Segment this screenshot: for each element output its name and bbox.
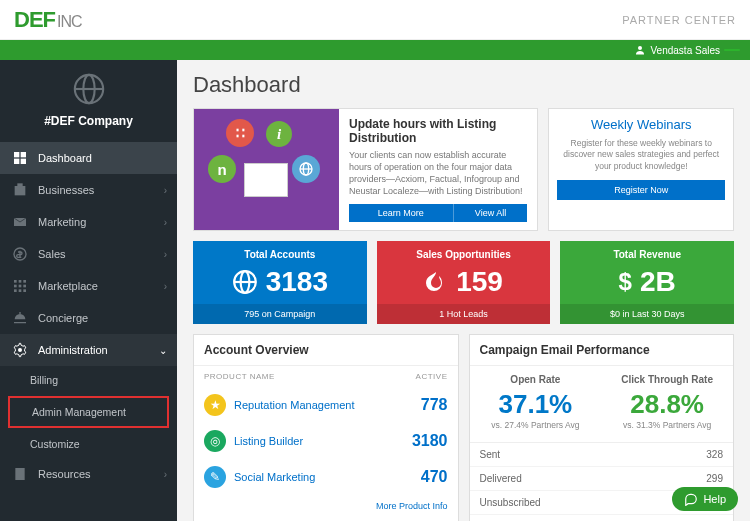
dashboard-icon	[12, 150, 28, 166]
svg-rect-6	[14, 159, 19, 164]
svg-rect-18	[14, 289, 17, 292]
chevron-right-icon: ›	[164, 217, 167, 228]
product-row[interactable]: ◎Listing Builder3180	[194, 423, 458, 459]
concierge-icon	[12, 310, 28, 326]
top-bar: DEFINC PARTNER CENTER	[0, 0, 750, 40]
svg-point-0	[638, 46, 642, 50]
svg-rect-15	[14, 285, 17, 288]
resources-icon	[12, 466, 28, 482]
more-product-info-link[interactable]: More Product Info	[194, 495, 458, 517]
main-content: Dashboard ∷in Update hours with Listing …	[177, 60, 750, 521]
svg-rect-13	[19, 280, 22, 283]
svg-rect-12	[14, 280, 17, 283]
learn-more-button[interactable]: Learn More	[349, 204, 453, 222]
marketing-icon	[12, 214, 28, 230]
sidebar-item-businesses[interactable]: Businesses›	[0, 174, 177, 206]
svg-rect-14	[23, 280, 26, 283]
chevron-down-icon: ⌄	[159, 345, 167, 356]
user-badge	[724, 49, 740, 51]
sidebar-item-admin-management[interactable]: Admin Management	[8, 396, 169, 428]
product-name: Listing Builder	[234, 435, 303, 447]
svg-rect-22	[15, 468, 24, 480]
webinar-body: Register for these weekly webinars to di…	[557, 138, 725, 172]
marketplace-icon	[12, 278, 28, 294]
promo-title: Update hours with Listing Distribution	[349, 117, 527, 145]
chevron-right-icon: ›	[164, 249, 167, 260]
promo-listing-distribution: ∷in Update hours with Listing Distributi…	[193, 108, 538, 231]
promo-body: Your clients can now establish accurate …	[349, 149, 527, 198]
promo-graphic: ∷in	[194, 109, 339, 230]
svg-rect-7	[21, 159, 26, 164]
product-icon: ✎	[204, 466, 226, 488]
email-stat-row: Sent328	[470, 443, 734, 467]
svg-rect-19	[19, 289, 22, 292]
gear-icon	[12, 342, 28, 358]
sidebar-item-billing[interactable]: Billing	[0, 366, 177, 394]
email-stat-row: Bounced8.8%	[470, 515, 734, 521]
svg-rect-4	[14, 152, 19, 157]
user-name: Vendasta Sales	[651, 45, 721, 56]
globe-icon	[232, 269, 258, 295]
company-icon	[0, 68, 177, 114]
sidebar-item-dashboard[interactable]: Dashboard	[0, 142, 177, 174]
sidebar-item-administration[interactable]: Administration⌄	[0, 334, 177, 366]
product-row[interactable]: ✎Social Marketing470	[194, 459, 458, 495]
webinar-title: Weekly Webinars	[557, 117, 725, 132]
page-title: Dashboard	[193, 72, 734, 98]
dollar-icon: $	[619, 268, 632, 296]
sidebar: #DEF Company Dashboard Businesses› Marke…	[0, 60, 177, 521]
product-active-count: 470	[421, 468, 448, 486]
svg-rect-5	[21, 152, 26, 157]
svg-point-21	[18, 348, 22, 352]
chat-icon	[684, 492, 698, 506]
svg-rect-16	[19, 285, 22, 288]
chevron-right-icon: ›	[164, 185, 167, 196]
stat-total-accounts[interactable]: Total Accounts 3183 795 on Campaign	[193, 241, 367, 324]
product-icon: ◎	[204, 430, 226, 452]
product-active-count: 3180	[412, 432, 448, 450]
product-name: Reputation Management	[234, 399, 354, 411]
svg-rect-8	[15, 186, 26, 195]
svg-rect-17	[23, 285, 26, 288]
product-icon: ★	[204, 394, 226, 416]
product-active-count: 778	[421, 396, 448, 414]
account-overview-title: Account Overview	[194, 335, 458, 366]
product-row[interactable]: ★Reputation Management778	[194, 387, 458, 423]
ctr-metric: Click Through Rate 28.8% vs. 31.3% Partn…	[601, 370, 733, 430]
help-button[interactable]: Help	[672, 487, 738, 511]
sidebar-item-resources[interactable]: Resources›	[0, 458, 177, 490]
sales-icon	[12, 246, 28, 262]
company-name: #DEF Company	[0, 114, 177, 142]
stat-sales-opportunities[interactable]: Sales Opportunities 159 1 Hot Leads	[377, 241, 551, 324]
chevron-right-icon: ›	[164, 469, 167, 480]
chevron-right-icon: ›	[164, 281, 167, 292]
brand-logo: DEFINC	[14, 7, 82, 33]
sidebar-item-marketing[interactable]: Marketing›	[0, 206, 177, 238]
account-overview-card: Account Overview PRODUCT NAMEACTIVE ★Rep…	[193, 334, 459, 521]
open-rate-metric: Open Rate 37.1% vs. 27.4% Partners Avg	[470, 370, 602, 430]
view-all-button[interactable]: View All	[453, 204, 528, 222]
user-icon	[634, 44, 646, 56]
stat-total-revenue[interactable]: Total Revenue $ 2B $0 in Last 30 Days	[560, 241, 734, 324]
promo-webinars: Weekly Webinars Register for these weekl…	[548, 108, 734, 231]
partner-center-label: PARTNER CENTER	[622, 14, 736, 26]
flame-icon	[424, 269, 448, 295]
svg-rect-20	[23, 289, 26, 292]
businesses-icon	[12, 182, 28, 198]
sidebar-item-customize[interactable]: Customize	[0, 430, 177, 458]
user-bar[interactable]: Vendasta Sales	[0, 40, 750, 60]
sidebar-item-sales[interactable]: Sales›	[0, 238, 177, 270]
sidebar-item-marketplace[interactable]: Marketplace›	[0, 270, 177, 302]
register-now-button[interactable]: Register Now	[557, 180, 725, 200]
product-name: Social Marketing	[234, 471, 315, 483]
sidebar-item-concierge[interactable]: Concierge	[0, 302, 177, 334]
email-performance-title: Campaign Email Performance	[470, 335, 734, 366]
svg-rect-9	[17, 183, 22, 186]
